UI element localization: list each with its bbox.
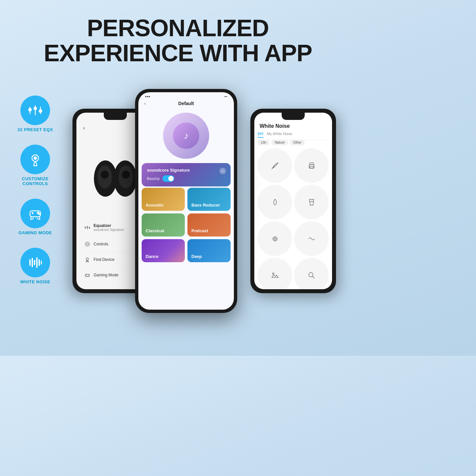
eq-preset-grid: Acoustic Bass Reducer Classical Podcast … [142, 188, 231, 262]
eq-podcast-label: Podcast [191, 228, 208, 233]
svg-rect-13 [29, 259, 31, 266]
svg-line-53 [312, 276, 315, 278]
phone-left-back: ‹ [83, 125, 85, 131]
feature-whitenoise: WHITE NOISE [20, 248, 50, 284]
waves-icon [27, 255, 43, 270]
eq-dance-label: Dance [146, 254, 158, 259]
noise-quill[interactable] [258, 148, 292, 183]
menu-find-title: Find Device [94, 257, 114, 262]
headline-section: PERSONALIZED EXPERIENCE WITH APP [0, 0, 356, 66]
noise-drinks[interactable] [294, 185, 329, 219]
feature-customize: CUSTOMIZE CONTROLS [17, 145, 53, 186]
sig-bassup-row: BassUp [147, 175, 225, 182]
headline-line1: PERSONALIZED [0, 16, 356, 41]
eq-classical[interactable]: Classical [142, 213, 185, 237]
center-status-bar: ●●● ▪▪▪ [138, 95, 234, 98]
features-column: 22 PRESET EQS CUSTOMIZE CONTROLS G [17, 96, 53, 284]
phones-container: ‹ [72, 89, 336, 343]
rp-title: White Noise [260, 123, 290, 129]
whitenoise-circle [20, 248, 50, 277]
svg-rect-15 [34, 260, 35, 265]
svg-point-51 [272, 273, 274, 274]
svg-point-32 [85, 227, 86, 228]
svg-point-5 [39, 110, 42, 112]
noise-grid [258, 148, 329, 289]
eq-deep-label: Deep [191, 254, 202, 259]
svg-rect-16 [36, 257, 38, 268]
svg-point-33 [87, 226, 88, 228]
noise-food[interactable] [258, 185, 292, 219]
eq-label: 22 PRESET EQS [17, 127, 53, 132]
center-nav-bar: ‹ Default [138, 101, 234, 106]
eq-dance[interactable]: Dance [142, 239, 185, 262]
noise-landscape[interactable] [258, 258, 292, 289]
gaming-label: GAMING MODE [18, 230, 52, 235]
svg-point-1 [29, 108, 31, 111]
whitenoise-label: WHITE NOISE [20, 279, 50, 284]
customize-label: CUSTOMIZE CONTROLS [17, 176, 53, 186]
svg-point-41 [88, 275, 89, 275]
svg-point-24 [122, 171, 130, 179]
bassup-toggle[interactable] [162, 175, 174, 182]
rp-tab-my[interactable]: My White Noise [267, 132, 292, 138]
rp-filter-tabs: Life Nature Other [258, 140, 329, 145]
svg-point-37 [86, 258, 88, 260]
svg-point-21 [101, 171, 109, 179]
bassup-label: BassUp [147, 177, 160, 181]
menu-controls-title: Controls [94, 242, 108, 246]
customize-circle [20, 145, 50, 174]
rp-tab-diy[interactable]: DIY [258, 132, 264, 138]
noise-dining[interactable] [258, 221, 292, 256]
eq-deep[interactable]: Deep [187, 239, 231, 262]
feature-eq: 22 PRESET EQS [17, 96, 53, 132]
phone-right: White Noise DIY My White Noise Life Natu… [250, 109, 336, 293]
sig-check: ✓ [219, 168, 226, 174]
gamepad-icon [27, 206, 43, 221]
svg-point-35 [86, 243, 88, 245]
svg-point-36 [85, 242, 90, 246]
filter-life[interactable]: Life [258, 140, 269, 145]
filter-nature[interactable]: Nature [271, 140, 288, 145]
center-nav-title: Default [178, 101, 194, 106]
eq-bass-reducer-label: Bass Reducer [191, 203, 220, 208]
phone-right-screen: White Noise DIY My White Noise Life Natu… [254, 113, 332, 289]
svg-point-12 [39, 213, 40, 214]
gaming-circle [20, 199, 50, 228]
svg-point-3 [34, 107, 37, 110]
svg-point-7 [34, 157, 37, 159]
noise-printer[interactable] [294, 148, 329, 183]
eq-acoustic[interactable]: Acoustic [142, 188, 185, 211]
feature-gaming: GAMING MODE [18, 199, 52, 235]
center-battery: ▪▪▪ [224, 95, 227, 98]
svg-rect-38 [85, 274, 90, 276]
filter-other[interactable]: Other [290, 140, 305, 145]
noise-activity[interactable] [294, 221, 329, 256]
equalizer-icon [27, 102, 43, 118]
phone-left-notch [104, 113, 127, 120]
rp-tabs: DIY My White Noise [258, 132, 329, 140]
eq-classical-label: Classical [146, 228, 164, 233]
svg-rect-44 [310, 163, 313, 164]
sig-title: soundcore Signature [147, 168, 225, 173]
signature-card[interactable]: ✓ soundcore Signature BassUp [142, 163, 231, 186]
svg-rect-14 [32, 258, 33, 267]
headline-line2: EXPERIENCE WITH APP [0, 41, 356, 66]
svg-point-34 [89, 227, 90, 229]
phone-right-notch [282, 113, 305, 120]
touch-icon [27, 152, 43, 167]
svg-rect-18 [41, 261, 42, 265]
music-circle-inner: ♪ [173, 123, 199, 149]
phone-center: ●●● ▪▪▪ ‹ Default ♪ ✓ soundcore Signatur… [135, 89, 237, 313]
music-circle-outer: ♪ [163, 113, 209, 159]
eq-podcast[interactable]: Podcast [187, 213, 231, 237]
center-signal: ●●● [145, 95, 150, 98]
center-back-btn[interactable]: ‹ [144, 101, 146, 106]
music-circle-area: ♪ [138, 109, 234, 162]
eq-circle [20, 96, 50, 125]
svg-rect-17 [39, 259, 40, 266]
eq-bass-reducer[interactable]: Bass Reducer [187, 188, 231, 211]
svg-rect-45 [310, 166, 313, 168]
phone-center-screen: ●●● ▪▪▪ ‹ Default ♪ ✓ soundcore Signatur… [138, 92, 234, 310]
noise-search[interactable] [294, 258, 329, 289]
eq-acoustic-label: Acoustic [146, 203, 164, 208]
